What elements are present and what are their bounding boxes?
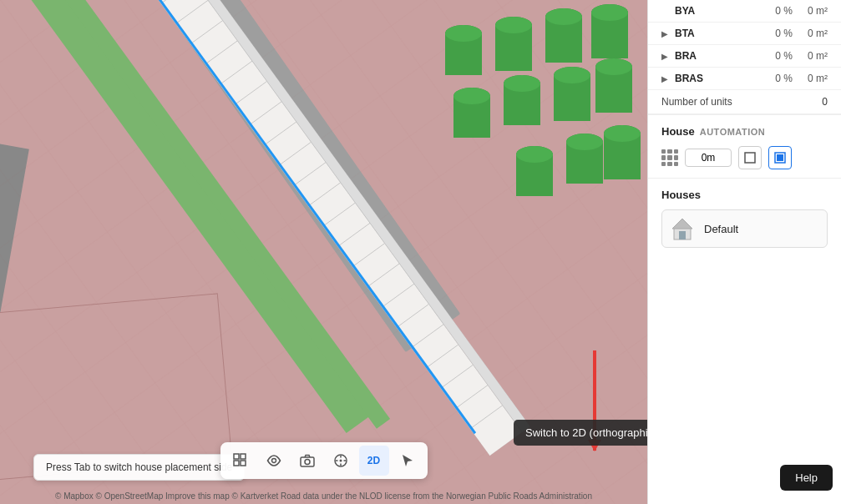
svg-marker-76: [672, 219, 692, 229]
stat-pct-bta: 0 %: [761, 28, 793, 39]
house-icon: [669, 215, 696, 242]
svg-point-63: [271, 459, 276, 463]
automation-section: House AUTOMATION: [648, 115, 841, 179]
units-value: 0: [822, 96, 828, 108]
svg-point-67: [339, 460, 342, 462]
bottom-toolbar: 2D: [220, 442, 428, 479]
toolbar-eye-btn[interactable]: [259, 446, 289, 476]
help-button[interactable]: Help: [780, 465, 833, 491]
square-solid-icon: [774, 152, 786, 164]
automation-title-house: House: [661, 125, 695, 138]
svg-rect-61: [234, 461, 239, 466]
toolbar-grid-btn[interactable]: [225, 446, 256, 476]
tooltip-text: Switch to 2D (orthographic) mode: [525, 426, 647, 439]
house-name-default: Default: [704, 223, 738, 235]
map-attribution: © Mapbox © OpenStreetMap Improve this ma…: [0, 491, 647, 501]
stat-val-bya: 0 m²: [793, 5, 828, 17]
expand-icon-bta: ▶: [661, 29, 673, 38]
automation-title-sub: AUTOMATION: [700, 127, 766, 137]
right-panel: BYA 0 % 0 m² ▶ BTA 0 % 0 m² ▶ BRA 0 % 0 …: [647, 0, 841, 504]
svg-rect-59: [234, 454, 239, 459]
toolbar-2d-btn[interactable]: 2D: [359, 446, 389, 476]
automation-header: House AUTOMATION: [661, 125, 828, 138]
stat-row-bra[interactable]: ▶ BRA 0 % 0 m²: [648, 45, 841, 68]
units-label: Number of units: [661, 96, 822, 108]
units-row: Number of units 0: [648, 90, 841, 114]
dimension-input[interactable]: [685, 149, 732, 167]
eye-icon: [266, 455, 281, 466]
house-item-default[interactable]: Default: [661, 209, 828, 248]
stat-label-bras: BRAS: [673, 73, 761, 84]
square-outline-icon: [744, 152, 756, 164]
stat-val-bra: 0 m²: [793, 50, 828, 62]
houses-title: Houses: [661, 189, 828, 201]
map-viewport[interactable]: Switch to 2D (orthographic) mode Press T…: [0, 0, 647, 504]
expand-icon-bras: ▶: [661, 74, 673, 83]
stat-pct-bras: 0 %: [761, 73, 793, 84]
stat-val-bras: 0 m²: [793, 73, 828, 84]
square-outline-btn[interactable]: [738, 146, 762, 169]
toolbar-camera-btn[interactable]: [292, 446, 322, 476]
svg-point-65: [305, 460, 310, 465]
houses-section: Houses Default: [648, 179, 841, 258]
zone-pink: [0, 293, 232, 481]
help-label: Help: [795, 471, 818, 484]
align-icon: [661, 149, 678, 166]
compass-icon: [333, 453, 348, 468]
stat-row-bta[interactable]: ▶ BTA 0 % 0 m²: [648, 23, 841, 45]
stat-row-bras[interactable]: ▶ BRAS 0 % 0 m²: [648, 68, 841, 90]
svg-rect-62: [241, 461, 246, 466]
grid-icon: [233, 453, 248, 468]
attribution-text: © Mapbox © OpenStreetMap Improve this ma…: [55, 491, 592, 501]
stat-pct-bya: 0 %: [761, 5, 793, 17]
svg-rect-74: [777, 154, 783, 161]
svg-rect-72: [745, 153, 755, 163]
stats-section: BYA 0 % 0 m² ▶ BTA 0 % 0 m² ▶ BRA 0 % 0 …: [648, 0, 841, 115]
stat-label-bta: BTA: [673, 28, 761, 39]
stat-val-bta: 0 m²: [793, 28, 828, 39]
tooltip-2d: Switch to 2D (orthographic) mode: [514, 420, 647, 446]
svg-rect-64: [301, 457, 314, 466]
svg-rect-60: [241, 454, 246, 459]
cursor-icon: [401, 453, 414, 468]
panel-footer: Help: [648, 258, 841, 504]
tab-hint-text: Press Tab to switch house placement side: [46, 461, 232, 473]
expand-icon-bra: ▶: [661, 52, 673, 61]
stat-label-bya: BYA: [673, 5, 761, 17]
stat-row-bya: BYA 0 % 0 m²: [648, 0, 841, 23]
2d-label: 2D: [367, 455, 380, 466]
svg-rect-77: [679, 231, 686, 239]
toolbar-compass-btn[interactable]: [326, 446, 356, 476]
camera-icon: [300, 454, 315, 467]
stat-pct-bra: 0 %: [761, 50, 793, 62]
automation-controls: [661, 146, 828, 169]
toolbar-cursor-btn[interactable]: [393, 446, 423, 476]
square-solid-btn[interactable]: [768, 146, 792, 169]
house-svg-icon: [670, 216, 695, 241]
stat-label-bra: BRA: [673, 50, 761, 62]
tab-hint: Press Tab to switch house placement side: [33, 454, 245, 481]
